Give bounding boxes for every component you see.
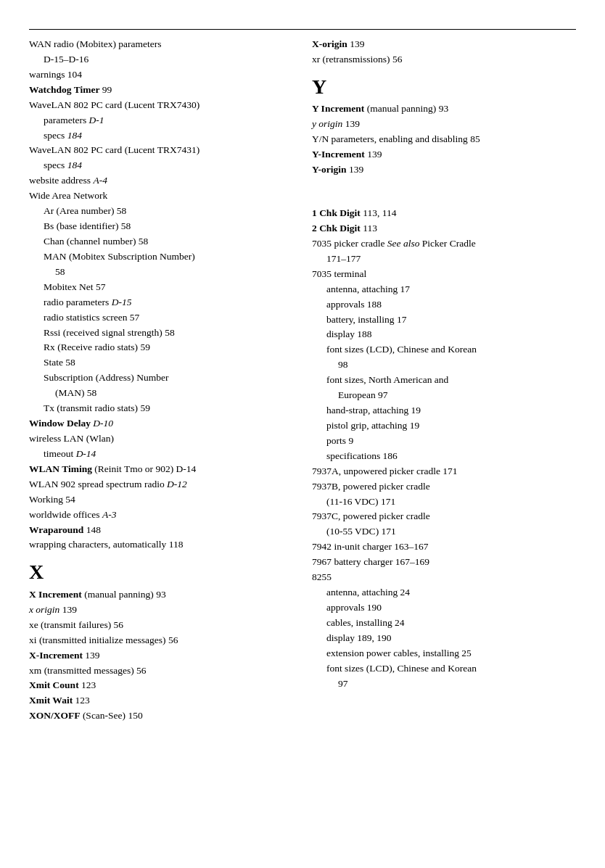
list-item: MAN (Mobitex Subscription Number) [29,249,297,265]
list-item: X-Increment 139 [29,648,297,664]
list-item: Window Delay D-10 [29,416,297,431]
list-item: WaveLAN 802 PC card (Lucent TRX7430) [29,98,297,113]
list-item: Y-Increment 139 [312,147,576,162]
spacer [312,187,576,197]
list-item: y origin 139 [312,117,576,132]
spacer [312,178,576,187]
spacer [312,197,576,206]
list-item: D-15–D-16 [29,52,297,67]
list-item: specs 184 [29,128,297,144]
list-item: WLAN 902 spread spectrum radio D-12 [29,477,297,492]
list-item: wireless LAN (Wlan) [29,431,297,447]
list-item: xi (transmitted initialize messages) 56 [29,633,297,648]
list-item: warnings 104 [29,67,297,83]
list-item: display 188 [312,327,576,342]
list-item: 98 [312,357,576,373]
list-item: Y/N parameters, enabling and disabling 8… [312,132,576,147]
list-item: State 58 [29,355,297,371]
list-item: font sizes (LCD), Chinese and Korean [312,661,576,677]
list-item: xr (retransmissions) 56 [312,52,576,67]
section-letter-X: X [29,560,297,584]
list-item: hand-strap, attaching 19 [312,403,576,418]
list-item: 7967 battery charger 167–169 [312,555,576,570]
list-item: font sizes, North American and [312,373,576,388]
list-item: specs 184 [29,158,297,173]
list-item: specifications 186 [312,449,576,464]
list-item: extension power cables, installing 25 [312,646,576,661]
list-item: worldwide offices A-3 [29,508,297,523]
list-item: antenna, attaching 24 [312,585,576,600]
list-item: Xmit Count 123 [29,678,297,693]
list-item: Rx (Receive radio stats) 59 [29,340,297,355]
list-item: Tx (transmit radio stats) 59 [29,401,297,416]
list-item: 2 Chk Digit 113 [312,221,576,236]
list-item: radio parameters D-15 [29,295,297,310]
list-item: WLAN Timing (Reinit Tmo or 902) D-14 [29,462,297,477]
list-item: Wraparound 148 [29,523,297,538]
list-item: WaveLAN 802 PC card (Lucent TRX7431) [29,143,297,158]
list-item: wrapping characters, automatically 118 [29,537,297,553]
list-item: 58 [29,265,297,280]
list-item: cables, installing 24 [312,616,576,631]
list-item: antenna, attaching 17 [312,282,576,297]
section-letter-Y: Y [312,75,576,99]
list-item: 7035 picker cradle See also Picker Cradl… [312,236,576,252]
list-item: 8255 [312,570,576,585]
column-left: WAN radio (Mobitex) parametersD-15–D-16w… [29,37,297,724]
list-item: 1 Chk Digit 113, 114 [312,206,576,221]
list-item: X-origin 139 [312,37,576,52]
list-item: xe (transmit failures) 56 [29,618,297,633]
list-item: European 97 [312,388,576,403]
list-item: 7937A, unpowered picker cradle 171 [312,464,576,479]
list-item: battery, installing 17 [312,313,576,328]
list-item: 7035 terminal [312,267,576,282]
list-item: (10-55 VDC) 171 [312,524,576,540]
list-item: 7937B, powered picker cradle [312,479,576,495]
list-item: approvals 190 [312,600,576,616]
list-item: parameters D-1 [29,113,297,128]
page: WAN radio (Mobitex) parametersD-15–D-16w… [0,0,605,868]
list-item: ports 9 [312,434,576,449]
main-content: WAN radio (Mobitex) parametersD-15–D-16w… [29,37,576,724]
list-item: Working 54 [29,492,297,508]
list-item: 7937C, powered picker cradle [312,509,576,524]
list-item: (11-16 VDC) 171 [312,495,576,510]
list-item: Ar (Area number) 58 [29,204,297,219]
list-item: XON/XOFF (Scan-See) 150 [29,708,297,724]
list-item: (MAN) 58 [29,386,297,401]
list-item: x origin 139 [29,603,297,618]
list-item: font sizes (LCD), Chinese and Korean [312,342,576,357]
list-item: Rssi (received signal strength) 58 [29,326,297,341]
list-item: X Increment (manual panning) 93 [29,587,297,603]
list-item: xm (transmitted messages) 56 [29,664,297,679]
column-right: X-origin 139xr (retransmissions) 56YY In… [312,37,576,724]
list-item: timeout D-14 [29,447,297,462]
list-item: website address A-4 [29,173,297,189]
list-item: approvals 188 [312,297,576,313]
list-item: Wide Area Network [29,189,297,204]
header-divider [29,29,576,30]
list-item: Y-origin 139 [312,162,576,178]
list-item: 171–177 [312,252,576,267]
list-item: display 189, 190 [312,631,576,646]
list-item: Chan (channel number) 58 [29,234,297,249]
list-item: Mobitex Net 57 [29,280,297,295]
list-item: Bs (base identifier) 58 [29,219,297,234]
list-item: Y Increment (manual panning) 93 [312,102,576,117]
list-item: pistol grip, attaching 19 [312,418,576,434]
list-item: 97 [312,677,576,692]
list-item: 7942 in-unit charger 163–167 [312,540,576,555]
list-item: Watchdog Timer 99 [29,83,297,98]
list-item: WAN radio (Mobitex) parameters [29,37,297,52]
list-item: Xmit Wait 123 [29,693,297,708]
list-item: Subscription (Address) Number [29,371,297,386]
list-item: radio statistics screen 57 [29,310,297,326]
